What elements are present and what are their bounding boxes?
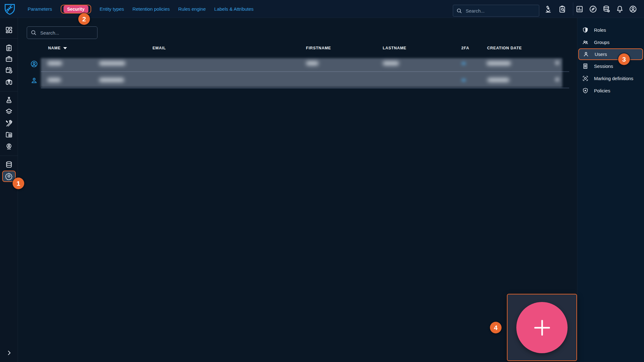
redacted-lastname (383, 61, 399, 65)
submenu-label: Roles (594, 27, 606, 33)
groups-icon (582, 39, 589, 46)
microscope-icon[interactable] (545, 5, 553, 13)
step-badge-2: 2 (78, 13, 90, 25)
sidebar-divider (0, 156, 18, 156)
gear-icon[interactable] (5, 172, 13, 180)
top-navigation: Parameters Security Entity types Retenti… (28, 0, 253, 18)
topbar: Parameters Security Entity types Retenti… (0, 0, 644, 18)
nav-entity-types[interactable]: Entity types (100, 6, 124, 12)
globe-person-icon[interactable] (5, 143, 13, 151)
nav-rules-engine[interactable]: Rules engine (178, 6, 206, 12)
compass-icon[interactable] (589, 5, 597, 13)
search-icon (31, 30, 37, 36)
column-header-name[interactable]: NAME (48, 46, 67, 50)
receipt-icon (582, 63, 589, 69)
column-header-creation-date[interactable]: CREATION DATE (487, 46, 522, 50)
redacted-2fa-status (462, 62, 466, 65)
submenu-label: Marking definitions (594, 76, 633, 81)
column-header-email[interactable]: EMAIL (153, 46, 166, 50)
nav-security[interactable]: Security (64, 5, 88, 13)
nav-labels-attributes[interactable]: Labels & Attributes (214, 6, 253, 12)
submenu-groups[interactable]: Groups (577, 36, 644, 48)
submenu-marking-definitions[interactable]: Marking definitions (577, 72, 644, 85)
chevron-right-icon[interactable] (6, 350, 12, 356)
layers-icon[interactable] (5, 108, 13, 116)
submenu-users[interactable]: Users (578, 48, 643, 60)
sidebar-divider (0, 38, 18, 39)
folder-table-icon[interactable] (5, 131, 13, 139)
submenu-label: Sessions (594, 63, 613, 69)
sort-desc-icon (63, 47, 67, 49)
column-header-2fa[interactable]: 2FA (461, 46, 469, 50)
submenu-label: Users (595, 52, 607, 57)
step-badge-1: 1 (13, 178, 24, 189)
account-icon[interactable] (629, 5, 637, 13)
person-outline-icon[interactable] (30, 77, 38, 85)
database-gear-icon[interactable] (602, 5, 611, 13)
step-badge-4: 4 (490, 322, 502, 333)
account-circle-icon[interactable] (30, 60, 38, 68)
binoculars-icon[interactable] (5, 78, 13, 86)
global-search (453, 5, 539, 17)
security-submenu: Roles Groups Users Session (577, 18, 644, 362)
redacted-firstname (306, 61, 319, 65)
submenu-label: Groups (594, 40, 609, 45)
sidebar-divider (0, 91, 18, 91)
submenu-roles[interactable]: Roles (577, 24, 644, 36)
submenu-policies[interactable]: Policies (577, 85, 644, 97)
plus-icon (531, 316, 553, 339)
briefcase-icon[interactable] (5, 55, 13, 63)
calendar-clock-icon[interactable] (5, 66, 13, 74)
add-button-highlight-panel (507, 294, 577, 361)
flask-icon[interactable] (5, 96, 13, 104)
redacted-email (99, 61, 125, 65)
redacted-creation-date (487, 78, 509, 82)
bell-icon[interactable] (616, 5, 624, 13)
chevron-right-icon (555, 61, 559, 65)
topbar-divider (573, 3, 573, 15)
submenu-label: Policies (594, 88, 610, 93)
redacted-email (99, 78, 124, 82)
redacted-2fa-status (462, 79, 466, 81)
database-icon[interactable] (5, 161, 13, 168)
app-logo-shield-dna-icon[interactable] (3, 2, 17, 16)
users-search (27, 26, 97, 39)
redacted-name (47, 61, 62, 65)
redacted-name (47, 78, 61, 82)
step-badge-3: 3 (618, 53, 630, 65)
table-row-redacted-region[interactable] (41, 58, 562, 87)
add-user-button[interactable] (516, 302, 568, 353)
global-search-input[interactable] (465, 8, 536, 14)
center-focus-icon (582, 75, 589, 82)
column-header-lastname[interactable]: LASTNAME (383, 46, 406, 50)
dashboard-icon[interactable] (575, 5, 584, 13)
shield-star-icon (582, 87, 589, 94)
tools-icon[interactable] (5, 119, 13, 127)
nav-retention-policies[interactable]: Retention policies (132, 6, 169, 12)
security-highlight-outline: Security (61, 5, 91, 14)
users-search-input[interactable] (40, 30, 94, 36)
person-icon (583, 51, 589, 58)
chevron-right-icon (555, 77, 559, 82)
nav-parameters[interactable]: Parameters (28, 6, 52, 12)
shield-half-icon (582, 27, 589, 33)
search-icon (456, 8, 462, 14)
submenu-sessions[interactable]: Sessions (577, 60, 644, 72)
clipboard-list-icon[interactable] (5, 44, 13, 52)
dashboard-home-icon[interactable] (5, 26, 13, 34)
left-sidebar (0, 18, 18, 362)
column-header-firstname[interactable]: FIRSTNAME (306, 46, 331, 50)
clipboard-search-icon[interactable] (558, 5, 566, 13)
row-divider (41, 88, 569, 88)
redacted-creation-date (486, 61, 511, 65)
